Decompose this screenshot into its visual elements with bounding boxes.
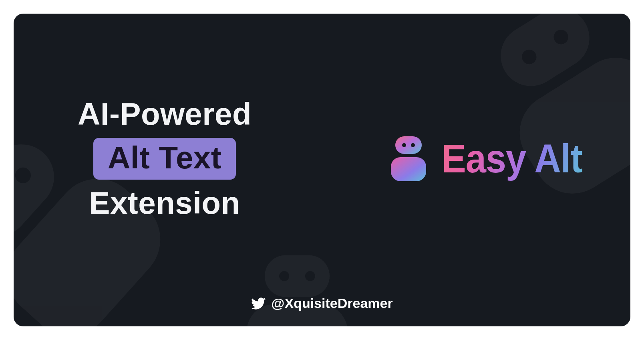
headline-highlight: Alt Text [93,138,236,180]
twitter-handle: @XquisiteDreamer [271,295,392,311]
footer: @XquisiteDreamer [14,295,630,326]
headline-line1: AI-Powered [78,98,252,131]
svg-point-13 [402,143,406,147]
robot-icon [389,136,428,182]
svg-rect-15 [391,157,426,181]
twitter-icon [251,296,266,311]
headline-line3: Extension [89,187,240,220]
brand-block: Easy Alt [389,136,582,182]
content-row: AI-Powered Alt Text Extension [14,14,630,295]
svg-point-14 [411,143,415,147]
headline-block: AI-Powered Alt Text Extension [78,98,252,220]
promo-card: AI-Powered Alt Text Extension [14,14,630,326]
svg-rect-12 [395,136,422,154]
brand-name: Easy Alt [441,136,582,181]
